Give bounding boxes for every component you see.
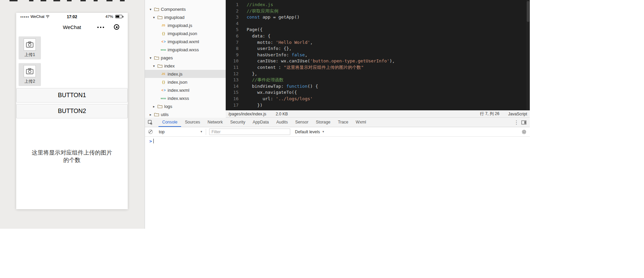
tree-folder-index[interactable]: ▾index (145, 62, 226, 70)
chevron-expanded-icon: ▾ (150, 7, 153, 11)
code-line[interactable]: 15 wx.navigateTo({ (226, 89, 530, 96)
page-title: WeChat (16, 24, 128, 30)
devtools-tab-appdata[interactable]: AppData (249, 118, 273, 127)
camera-icon (26, 41, 33, 48)
tree-folder-Components[interactable]: ▾Components (145, 5, 226, 13)
button1[interactable]: BUTTON1 (16, 88, 128, 103)
console-prompt-chevron: > (149, 139, 152, 144)
code-line[interactable]: 13 //事件处理函数 (226, 77, 530, 83)
tree-item-label: Components (161, 7, 186, 12)
inspect-element-icon[interactable] (148, 120, 154, 125)
code-line[interactable]: 5Page({ (226, 27, 530, 33)
tree-file-imgupload.js[interactable]: JSimgupload.js (145, 21, 226, 29)
upload-tile-1[interactable]: 上传1 (19, 36, 41, 59)
menu-dots-icon[interactable] (97, 27, 104, 28)
cursor-position: 行 7, 列 26 (480, 111, 499, 117)
devtools-tab-security[interactable]: Security (226, 118, 249, 127)
code-line[interactable]: 1//index.js (226, 2, 530, 8)
tree-file-imgupload.wxml[interactable]: < >imgupload.wxml (145, 37, 226, 46)
toolbar-divider (206, 129, 206, 135)
language-mode[interactable]: JavaScript (508, 112, 527, 116)
tree-folder-imgupload[interactable]: ▾imgupload (145, 13, 226, 21)
context-selector[interactable]: top ▼ (159, 130, 203, 134)
tree-item-label: index.wxml (168, 88, 189, 93)
wxss-file-icon: wxss (160, 97, 167, 100)
settings-gear-icon[interactable] (522, 130, 526, 134)
tree-file-imgupload.json[interactable]: { }imgupload.json (145, 29, 226, 37)
devtools-tab-bar: ConsoleSourcesNetworkSecurityAppDataAudi… (145, 118, 530, 127)
code-line[interactable]: 4 (226, 21, 530, 27)
tree-folder-logs[interactable]: ▸logs (145, 102, 226, 110)
button2[interactable]: BUTTON2 (16, 104, 128, 118)
clear-console-icon[interactable] (148, 130, 153, 134)
console-toolbar: top ▼ Default levels ▼ (145, 127, 530, 137)
log-level-selector[interactable]: Default levels ▼ (295, 130, 325, 134)
devtools-tab-storage[interactable]: Storage (312, 118, 334, 127)
more-options-icon[interactable]: ⋮ (512, 119, 521, 126)
code-line[interactable]: 7 motto: 'Hello World', (226, 39, 530, 46)
folder-icon (157, 64, 163, 68)
upload-label: 上传1 (19, 52, 41, 58)
record-circle-icon[interactable] (114, 24, 119, 30)
phone-status-bar: ●●●●● WeChat 17:02 47% (16, 13, 128, 20)
console-text-caret (153, 139, 154, 143)
editor-scrollbar[interactable] (526, 0, 530, 110)
wechat-devtools-window: ●●●●● WeChat 17:02 47% WeChat (0, 0, 530, 229)
tree-file-index.js[interactable]: JSindex.js (145, 70, 226, 78)
devtools-tab-trace[interactable]: Trace (334, 118, 352, 127)
upload-tile-2[interactable]: 上传2 (19, 63, 41, 86)
tree-folder-pages[interactable]: ▾pages (145, 54, 226, 62)
devtools-tab-console[interactable]: Console (158, 118, 181, 127)
devtools-tab-audits[interactable]: Audits (273, 118, 292, 127)
console-output[interactable]: > (145, 137, 530, 229)
devtools-tab-network[interactable]: Network (204, 118, 226, 127)
context-selector-value: top (159, 130, 165, 134)
tree-file-index.wxml[interactable]: < >index.wxml (145, 86, 226, 94)
console-prompt-row[interactable]: > (145, 137, 530, 145)
wxml-file-icon: < > (160, 40, 167, 44)
js-file-icon: JS (160, 72, 167, 76)
camera-icon (26, 68, 33, 74)
code-editor[interactable]: 1//index.js2//获取应用实例3const app = getApp(… (226, 0, 530, 110)
wxml-file-icon: < > (160, 88, 167, 92)
tree-file-index.wxss[interactable]: wxssindex.wxss (145, 94, 226, 102)
code-lines: 1//index.js2//获取应用实例3const app = getApp(… (226, 0, 530, 108)
code-line[interactable]: 9 hasUserInfo: false, (226, 52, 530, 58)
code-line[interactable]: 6 data: { (226, 33, 530, 39)
carrier-name: WeChat (30, 15, 44, 19)
code-line[interactable]: 3const app = getApp() (226, 14, 530, 21)
devtools-tab-wxml[interactable]: Wxml (352, 118, 370, 127)
tree-file-index.json[interactable]: { }index.json (145, 78, 226, 86)
code-line[interactable]: 17 }) (226, 102, 530, 109)
tree-item-label: imgupload.js (168, 23, 192, 28)
folder-icon (153, 112, 160, 116)
folder-icon (153, 7, 160, 11)
devtools-tab-sensor[interactable]: Sensor (292, 118, 312, 127)
file-path: /pages/index/index.js (228, 112, 266, 116)
code-line[interactable]: 8 userInfo: {}, (226, 46, 530, 52)
devtools-tabs: ConsoleSourcesNetworkSecurityAppDataAudi… (158, 118, 370, 127)
code-line[interactable]: 2//获取应用实例 (226, 8, 530, 15)
tree-item-label: imgupload.wxss (168, 47, 199, 52)
phone-nav-bar: WeChat (16, 20, 128, 34)
code-line[interactable]: 11 content : "这里将显示对应组件上传的图片的个数" (226, 64, 530, 71)
devtools-tab-sources[interactable]: Sources (181, 118, 204, 127)
code-line[interactable]: 12 }, (226, 71, 530, 77)
dock-side-icon[interactable] (521, 120, 526, 124)
upload-label: 上传2 (19, 79, 41, 84)
tree-item-label: pages (161, 55, 173, 60)
tree-folder-utils[interactable]: ▸utils (145, 110, 226, 118)
log-level-value: Default levels (295, 130, 320, 134)
code-line[interactable]: 16 url: '../logs/logs' (226, 96, 530, 102)
json-file-icon: { } (160, 80, 167, 84)
tree-item-label: utils (161, 112, 169, 117)
folder-icon (157, 104, 163, 108)
chevron-expanded-icon: ▾ (153, 64, 157, 68)
code-line[interactable]: 10 canIUse: wx.canIUse('button.open-type… (226, 58, 530, 64)
console-filter-input[interactable] (209, 129, 290, 135)
tree-file-imgupload.wxss[interactable]: wxssimgupload.wxss (145, 46, 226, 54)
wifi-icon (46, 15, 50, 18)
code-line[interactable]: 14 bindViewTap: function() { (226, 83, 530, 90)
camera-box (24, 65, 36, 77)
file-size: 2.0 KB (276, 112, 288, 116)
